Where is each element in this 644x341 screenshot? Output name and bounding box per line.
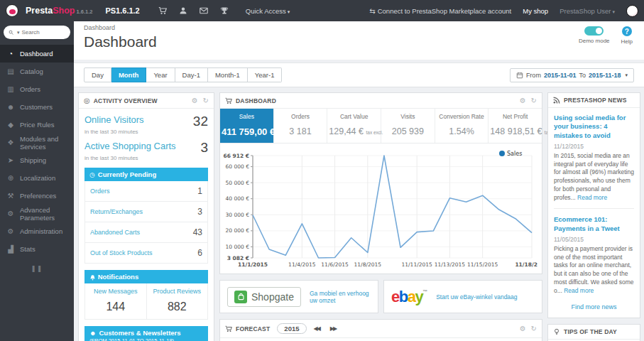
news-article-body: Picking a payment provider is one of the… (554, 245, 634, 295)
sidebar-item-modules[interactable]: ❖Modules and Services (0, 134, 74, 151)
svg-text:11/15/2015: 11/15/2015 (467, 261, 498, 268)
gear-icon[interactable]: ⚙ (520, 97, 526, 104)
globe-icon: ⊕ (6, 174, 15, 182)
sidebar-item-advanced-parameters[interactable]: ⚙Advanced Parameters (0, 205, 74, 222)
news-panel-title: PRESTASHOP NEWS (564, 97, 627, 104)
shopgate-link[interactable]: Ga mobiel en verhoog uw omzet (310, 290, 371, 304)
marketplace-icon: ⇆ (369, 7, 375, 15)
clock-icon: ◷ (89, 171, 95, 178)
refresh-icon[interactable]: ↻ (531, 97, 537, 104)
sidebar-item-preferences[interactable]: ⚒Preferences (0, 187, 74, 205)
forecast-panel-title: FORECAST (236, 325, 270, 332)
chevron-down-icon[interactable]: ▾ (17, 30, 20, 36)
svg-text:40 000 €: 40 000 € (226, 195, 250, 202)
svg-text:30 000 €: 30 000 € (226, 212, 250, 218)
customers-date-range: (FROM 2015-11-01 TO 2015-11-18) (89, 337, 203, 341)
online-visitors-link[interactable]: Online Visitors (84, 114, 144, 125)
ebay-banner[interactable]: ebay™ Start uw eBay-winkel vandaag (383, 280, 542, 313)
quick-access-menu[interactable]: Quick Access▾ (246, 7, 290, 15)
sidebar-item-price-rules[interactable]: ◆Price Rules (0, 116, 74, 134)
forecast-next-button[interactable]: ▶▶ (327, 324, 339, 333)
sidebar-collapse-handle[interactable]: ❚❚ (0, 265, 74, 272)
envelope-icon[interactable] (200, 6, 208, 15)
refresh-icon[interactable]: ↻ (531, 325, 537, 332)
sidebar-item-localization[interactable]: ⊕Localization (0, 169, 74, 187)
cart-icon[interactable] (158, 6, 167, 15)
help-icon[interactable]: ? (622, 26, 632, 36)
read-more-link[interactable]: Read more (577, 194, 607, 201)
marketplace-link[interactable]: ⇆Connect to PrestaShop Marketplace accou… (369, 7, 511, 15)
sidebar-item-stats[interactable]: ▟Stats (0, 240, 74, 258)
pending-row-out-of-stock[interactable]: Out of Stock Products6 (84, 243, 208, 264)
demo-mode-toggle[interactable] (584, 26, 604, 36)
sidebar-item-dashboard[interactable]: ◔Dashboard (0, 45, 74, 63)
modules-icon: ❖ (6, 139, 15, 146)
read-more-link[interactable]: Read more (564, 287, 594, 294)
catalog-icon: ▤ (6, 67, 15, 75)
shop-code: PS1.6.1.2 (105, 6, 139, 15)
price-tag-icon: ◆ (6, 121, 15, 129)
sidebar-search[interactable]: ▾ (4, 26, 70, 39)
my-shop-link[interactable]: My shop (523, 7, 548, 15)
period-month-1-button[interactable]: Month-1 (208, 67, 248, 82)
sidebar-item-administration[interactable]: ⚙Administration (0, 222, 74, 240)
period-month-button[interactable]: Month (111, 67, 147, 82)
search-icon (9, 29, 13, 36)
svg-text:3 082 €: 3 082 € (227, 255, 249, 261)
svg-text:11/13/2015: 11/13/2015 (435, 261, 465, 268)
kpi-tab-conversion-rate[interactable]: Conversion Rate1.54% (435, 109, 489, 143)
user-menu[interactable]: PrestaShop User▾ (560, 7, 615, 15)
product-reviews-cell[interactable]: Product Reviews882 (147, 283, 208, 319)
breadcrumb[interactable]: Dashboard (84, 24, 634, 31)
sidebar-item-customers[interactable]: ☻Customers (0, 98, 74, 116)
kpi-tab-orders[interactable]: Orders3 181 (274, 109, 328, 143)
sidebar-item-orders[interactable]: ▥Orders (0, 80, 74, 98)
forecast-prev-button[interactable]: ◀◀ (310, 324, 323, 333)
dashboard-icon: ◔ (6, 50, 15, 58)
kpi-tab-visits[interactable]: Visits205 939 (381, 109, 435, 143)
avatar[interactable] (626, 5, 638, 17)
bar-chart-icon: ▟ (6, 245, 15, 253)
sidebar-item-shipping[interactable]: ➤Shipping (0, 151, 74, 169)
gear-icon[interactable]: ⚙ (192, 97, 198, 104)
chevron-down-icon: ▾ (612, 9, 615, 14)
search-input[interactable] (21, 29, 65, 36)
toggle-knob (596, 28, 602, 34)
svg-text:50 000 €: 50 000 € (226, 180, 250, 186)
sidebar-nav: ◔Dashboard ▤Catalog ▥Orders ☻Customers ◆… (0, 45, 74, 258)
kpi-tab-net-profit[interactable]: Net Profit148 918,51 € tax excl. (489, 109, 542, 143)
date-range-picker[interactable]: From2015-11-01 To2015-11-18 ▾ (510, 68, 634, 82)
gear-icon[interactable]: ⚙ (520, 325, 526, 332)
customers-icon: ☻ (6, 103, 15, 111)
period-day-1-button[interactable]: Day-1 (175, 67, 208, 82)
svg-text:10 000 €: 10 000 € (226, 244, 250, 250)
forecast-metric-buttons: Traffic Conversion Average Cart Value Sa… (220, 338, 542, 341)
svg-text:60 000 €: 60 000 € (226, 163, 250, 170)
activity-panel-title: ACTIVITY OVERVIEW (94, 97, 158, 104)
pending-row-returns[interactable]: Return/Exchanges3 (84, 202, 208, 222)
main-area: Dashboard Dashboard Demo mode ? Help Day… (74, 21, 644, 341)
pending-row-orders[interactable]: Orders1 (84, 181, 208, 202)
new-messages-cell[interactable]: New Messages144 (85, 283, 147, 319)
news-article-title[interactable]: Using social media for your business: 4 … (554, 114, 634, 140)
ebay-logo: ebay™ (391, 289, 427, 305)
active-carts-link[interactable]: Active Shopping Carts (84, 141, 176, 151)
pending-row-abandoned-carts[interactable]: Abandoned Carts43 (84, 222, 208, 243)
period-year-1-button[interactable]: Year-1 (248, 67, 283, 82)
person-icon[interactable] (179, 6, 187, 15)
person-icon: ☻ (89, 330, 96, 337)
shopgate-banner[interactable]: Shopgate Ga mobiel en verhoog uw omzet (219, 280, 378, 313)
top-bar: PrestaShop1.6.1.2 PS1.6.1.2 Quick Access… (0, 0, 644, 21)
trophy-icon[interactable] (220, 6, 229, 15)
news-article-title[interactable]: Ecommerce 101: Payments in a Tweet (554, 215, 634, 233)
shopping-bag-icon (234, 291, 247, 303)
sidebar-item-catalog[interactable]: ▤Catalog (0, 63, 74, 80)
kpi-tab-cart-value[interactable]: Cart Value129,44 € tax excl. (327, 109, 381, 143)
period-year-button[interactable]: Year (146, 67, 175, 82)
refresh-icon[interactable]: ↻ (203, 97, 209, 104)
period-day-button[interactable]: Day (84, 67, 111, 82)
kpi-tab-sales[interactable]: Sales411 759,00 € tax excl. (220, 109, 274, 143)
ebay-link[interactable]: Start uw eBay-winkel vandaag (436, 293, 517, 301)
svg-text:11/18/2015: 11/18/2015 (515, 261, 537, 268)
find-more-news-link[interactable]: Find more news (554, 303, 634, 310)
